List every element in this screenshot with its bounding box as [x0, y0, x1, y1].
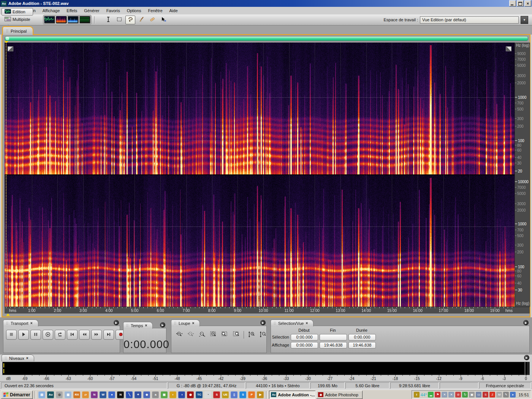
orange-folder-icon[interactable]: ▱ [82, 391, 89, 398]
niveaux-panel-menu-button[interactable]: ▶ [524, 355, 529, 360]
temps-panel-menu-button[interactable]: ▶ [160, 322, 165, 328]
playhead-marker-bottom[interactable] [6, 314, 10, 316]
menu-item-fentre[interactable]: Fenêtre [145, 7, 166, 14]
play-looped-button[interactable] [55, 330, 65, 340]
go-to-start-button[interactable] [67, 330, 78, 340]
minimized-green-icon[interactable]: ▂ [428, 392, 434, 397]
workspace-dropdown-arrow-icon[interactable]: ▼ [521, 16, 528, 24]
camera-icon[interactable]: ▣ [161, 391, 168, 398]
network-offline-icon[interactable]: ✕ [442, 392, 447, 397]
pause-button[interactable] [30, 330, 41, 340]
tc-icon[interactable]: TC [196, 391, 203, 398]
network-offline2-icon[interactable]: ✕ [448, 392, 454, 397]
temps-close-icon[interactable]: × [145, 323, 147, 328]
field-slection-1[interactable] [320, 334, 347, 340]
menu-item-affichage[interactable]: Affichage [39, 7, 63, 14]
spectral-phase-view-button[interactable] [79, 16, 90, 24]
rewind-button[interactable] [79, 330, 90, 340]
waveform-view-button[interactable] [44, 16, 55, 24]
minimize-button[interactable] [509, 0, 516, 6]
temps-panel-tab[interactable]: Temps × [123, 322, 153, 329]
player-icon[interactable]: ◎ [56, 391, 63, 398]
photoshop-eye-icon[interactable]: ◉ [187, 391, 194, 398]
play-button[interactable] [18, 330, 29, 340]
transport-panel-menu-button[interactable]: ▶ [114, 320, 119, 325]
zoom-in-vertical-button[interactable] [247, 331, 256, 339]
spectral-pan-view-button[interactable] [68, 16, 79, 24]
loupe-panel-menu-button[interactable]: ▶ [260, 320, 266, 325]
channel-separator[interactable] [5, 174, 515, 175]
field-affichage-0[interactable]: 0:00.000 [291, 342, 318, 348]
scanner-icon[interactable]: ▣ [469, 392, 475, 397]
audition-task-button[interactable]: AuAdobe Audition -... [269, 391, 315, 399]
spectrogram-left-channel[interactable] [5, 43, 515, 174]
zoom-out-vertical-button[interactable] [258, 331, 268, 339]
transport-panel-tab[interactable]: Transport × [3, 320, 38, 326]
sbp-icon[interactable]: S [213, 391, 220, 398]
zoom-out-horizontal-button[interactable] [186, 331, 195, 339]
zoom-out-full-button[interactable] [197, 331, 207, 339]
updater-icon[interactable]: ↻ [462, 392, 468, 397]
restore-button[interactable] [517, 0, 524, 6]
onenote-icon[interactable]: N [91, 391, 98, 398]
blue-app-icon[interactable]: ◆ [143, 391, 150, 398]
show-desktop-icon[interactable]: ▤ [38, 391, 45, 398]
horizontal-scrollbar[interactable] [5, 36, 528, 41]
spectrogram-right-channel[interactable] [5, 175, 515, 307]
boundary-adjust-handle-right[interactable] [506, 46, 511, 51]
photoshop-task-button[interactable]: ◉Adobe Photoshop [316, 391, 363, 399]
modem-icon[interactable]: ▭ [476, 392, 481, 397]
swish-icon[interactable]: S [239, 391, 246, 398]
selection-vue-panel-tab[interactable]: Sélection/Vue × [271, 320, 314, 326]
menu-item-favoris[interactable]: Favoris [103, 7, 124, 14]
mouse-icon[interactable]: M [496, 392, 502, 397]
effects-paintbrush-tool-button[interactable] [136, 16, 146, 24]
noise-ninja-icon[interactable]: ✦ [135, 391, 141, 398]
zoom-to-selection-button[interactable] [209, 331, 218, 339]
audition-icon[interactable]: Au [47, 391, 54, 398]
folder-tray-icon[interactable]: ▸ [510, 392, 516, 397]
spot-healing-brush-tool-button[interactable] [147, 16, 157, 24]
gold-globe-icon[interactable]: ◐ [169, 391, 176, 398]
acoustica-icon[interactable]: a [152, 391, 159, 398]
blue-device-icon[interactable]: ▯ [231, 391, 238, 398]
loupe-panel-tab[interactable]: Loupe × [171, 320, 200, 326]
pen-tablet-icon[interactable]: ✎ [503, 392, 509, 397]
multipiste-mode-button[interactable]: Multipiste [2, 16, 33, 23]
neat-image-icon[interactable]: N [117, 391, 124, 398]
transport-close-icon[interactable]: × [30, 321, 33, 325]
menu-item-gnrer[interactable]: Générer [81, 7, 103, 14]
lasso-selection-tool-button[interactable] [125, 16, 135, 24]
field-affichage-1[interactable]: 19:46.838 [320, 342, 347, 348]
flag-icon[interactable]: ⚑ [435, 392, 440, 397]
marquee-selection-tool-button[interactable] [114, 16, 124, 24]
level-meter[interactable] [2, 362, 530, 375]
edition-mode-button[interactable]: Edition [2, 8, 33, 16]
blue-globe-icon[interactable]: ◑ [178, 391, 185, 398]
menu-item-options[interactable]: Options [124, 7, 145, 14]
pillars-icon[interactable]: ‖ [414, 392, 420, 397]
zoom-selection-right-button[interactable] [231, 331, 241, 339]
media-player-icon[interactable]: ▶ [257, 391, 264, 398]
go-to-end-button[interactable] [103, 330, 114, 340]
pdfcreator-icon[interactable]: P [248, 391, 255, 398]
spectral-frequency-view-button[interactable] [56, 16, 67, 24]
time-ruler[interactable]: hms hms 1:002:003:004:005:006:007:008:00… [5, 307, 530, 314]
close-button[interactable]: × [524, 0, 531, 6]
word-icon[interactable]: W [100, 391, 106, 398]
izotope-rx-icon[interactable]: RX [73, 391, 80, 398]
tab-principal[interactable]: Principal [2, 26, 33, 35]
boundary-adjust-handle-left[interactable] [8, 46, 13, 51]
selection-vue-close-icon[interactable]: × [306, 321, 308, 325]
loupe-close-icon[interactable]: × [192, 321, 195, 325]
niveaux-close-icon[interactable]: × [26, 356, 28, 360]
frequency-ruler[interactable]: Hz (log) 9000700050003000200010007005003… [515, 43, 530, 307]
clock-app-icon[interactable]: ◔ [204, 391, 211, 398]
field-slection-2[interactable]: 0:00.000 [348, 334, 376, 340]
internet-planet-icon[interactable]: ● [108, 391, 115, 398]
ultraedit-icon[interactable]: UE [222, 391, 229, 398]
sync-icon[interactable]: S [483, 392, 488, 397]
field-affichage-2[interactable]: 19:46.838 [348, 342, 376, 348]
niveaux-panel-tab[interactable]: Niveaux × [2, 355, 34, 361]
magic-wand-icon[interactable]: ╲ [126, 391, 133, 398]
